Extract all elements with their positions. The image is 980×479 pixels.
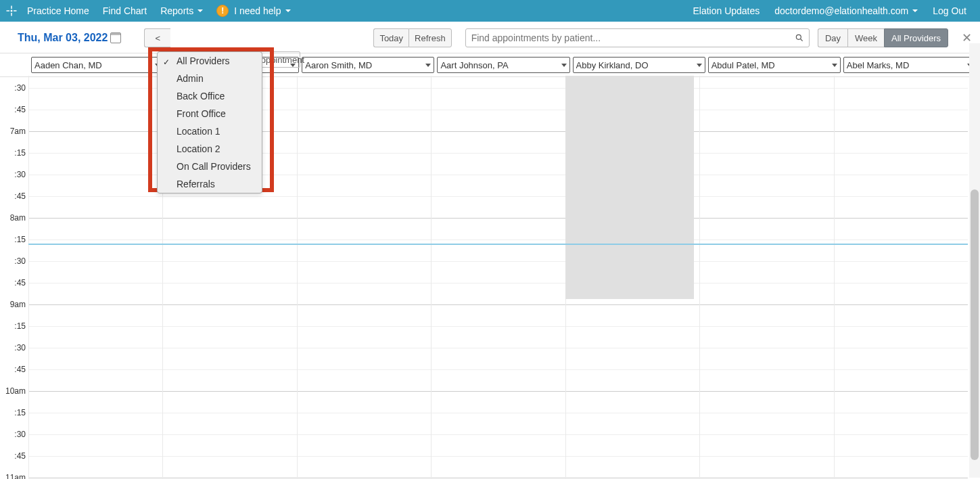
filter-item-back-office[interactable]: Back Office (158, 87, 262, 105)
time-label: :45 (14, 365, 26, 374)
view-week-button[interactable]: Week (847, 28, 884, 47)
filter-item-label: Front Office (177, 108, 226, 119)
refresh-group: Today Refresh (373, 28, 451, 47)
provider-column-select[interactable]: Aart Johnson, PA (437, 57, 569, 73)
nav-user-menu[interactable]: doctordemo@elationhealth.com (774, 5, 918, 16)
time-label: :30 (14, 83, 26, 93)
provider-column-select[interactable]: Abby Kirkland, DO (573, 57, 705, 73)
grid-column[interactable] (834, 76, 968, 479)
filter-item-front-office[interactable]: Front Office (158, 105, 262, 122)
search-input[interactable] (466, 29, 790, 47)
filter-item-label: All Providers (177, 55, 230, 66)
nav-reports-label: Reports (160, 5, 193, 16)
svg-point-5 (796, 35, 801, 39)
provider-column-select[interactable]: Abdul Patel, MD (708, 57, 841, 73)
filter-item-location-2[interactable]: Location 2 (158, 140, 262, 158)
prev-day-button[interactable]: < (144, 28, 170, 47)
filter-item-on-call-providers[interactable]: On Call Providers (158, 158, 262, 175)
date-nav-group: < > (144, 28, 197, 47)
time-label: 7am (10, 127, 26, 136)
user-email: doctordemo@elationhealth.com (774, 5, 908, 16)
provider-column-select[interactable]: Aaden Chan, MD (31, 57, 164, 73)
svg-line-6 (801, 39, 803, 41)
chevron-down-icon (912, 9, 918, 12)
nav-reports[interactable]: Reports (160, 5, 203, 16)
filter-item-label: On Call Providers (177, 161, 251, 172)
provider-filter-menu[interactable]: ✓All ProvidersAdminBack OfficeFront Offi… (157, 51, 262, 193)
view-all-providers-button[interactable]: All Providers (884, 28, 948, 47)
nav-help-label: I need help (234, 5, 281, 16)
grid-column[interactable] (297, 76, 431, 479)
time-label: :45 (14, 105, 26, 114)
provider-name-label: Abdul Patel, MD (711, 60, 775, 70)
filter-item-label: Location 1 (177, 126, 220, 137)
filter-item-label: Back Office (177, 91, 225, 101)
chevron-down-icon (697, 64, 702, 67)
time-label: :45 (14, 278, 26, 288)
time-label: 9am (10, 300, 26, 309)
top-nav: Practice Home Find Chart Reports ! I nee… (0, 0, 980, 22)
check-icon: ✓ (163, 55, 170, 70)
provider-column-select[interactable]: Aaron Smith, MD (302, 57, 434, 73)
scrollbar-thumb[interactable] (971, 189, 979, 460)
svg-rect-2 (11, 13, 12, 16)
nav-help[interactable]: ! I need help (216, 5, 290, 17)
svg-rect-1 (11, 6, 12, 9)
time-label: :30 (14, 170, 26, 179)
chevron-down-icon (425, 64, 431, 67)
nav-logout[interactable]: Log Out (933, 5, 966, 16)
search-icon[interactable] (790, 29, 809, 47)
provider-name-label: Abby Kirkland, DO (576, 60, 649, 70)
time-label: :30 (14, 256, 26, 266)
provider-name-label: Aaron Smith, MD (305, 60, 372, 70)
time-label: :15 (14, 235, 26, 244)
search-appointments[interactable] (465, 28, 810, 47)
filter-item-location-1[interactable]: Location 1 (158, 122, 262, 140)
filter-item-all-providers[interactable]: ✓All Providers (158, 52, 262, 70)
calendar-grid: :30:457am:15:30:458am:15:30:459am:15:30:… (0, 76, 968, 479)
alert-icon: ! (216, 5, 229, 17)
time-label: :45 (14, 451, 26, 461)
filter-item-label: Referrals (177, 179, 215, 189)
calendar-toolbar: Thu, Mar 03, 2022 < > Appointment Today … (0, 22, 980, 53)
svg-point-0 (11, 10, 13, 12)
time-label: :15 (14, 408, 26, 417)
provider-header-row: Aaden Chan, MDAaron Smith, MDAart Johnso… (0, 53, 980, 77)
app-logo-icon[interactable] (4, 3, 19, 18)
provider-name-label: Abel Marks, MD (847, 60, 909, 70)
provider-name-label: Aaden Chan, MD (34, 60, 102, 70)
vertical-scrollbar[interactable] (969, 43, 980, 478)
current-time-indicator (28, 244, 968, 245)
filter-item-admin[interactable]: Admin (158, 70, 262, 87)
nav-find-chart[interactable]: Find Chart (103, 5, 147, 16)
calendar-icon (110, 32, 121, 43)
svg-rect-3 (7, 10, 10, 12)
today-button[interactable]: Today (373, 28, 409, 47)
view-day-button[interactable]: Day (818, 28, 847, 47)
filter-item-referrals[interactable]: Referrals (158, 175, 262, 193)
chevron-down-icon (197, 9, 203, 12)
provider-column-select[interactable]: Abel Marks, MD (843, 57, 976, 73)
time-label: :45 (14, 191, 26, 201)
grid-column[interactable] (28, 76, 162, 479)
grid-column[interactable] (699, 76, 833, 479)
time-label: :30 (14, 343, 26, 352)
chevron-down-icon (285, 9, 291, 12)
svg-rect-4 (14, 10, 17, 12)
refresh-button[interactable]: Refresh (409, 28, 452, 47)
time-axis: :30:457am:15:30:458am:15:30:459am:15:30:… (0, 76, 28, 479)
time-label: :15 (14, 148, 26, 158)
unavailable-block (565, 76, 694, 299)
nav-updates[interactable]: Elation Updates (693, 5, 760, 16)
nav-practice-home[interactable]: Practice Home (27, 5, 89, 16)
filter-item-label: Admin (177, 73, 204, 84)
current-date-label: Thu, Mar 03, 2022 (18, 32, 108, 44)
provider-name-label: Aart Johnson, PA (440, 60, 508, 70)
time-label: 8am (10, 213, 26, 223)
time-label: :30 (14, 430, 26, 439)
time-label: 10am (5, 386, 26, 396)
chevron-down-icon (832, 64, 837, 67)
grid-column[interactable] (431, 76, 565, 479)
time-label: :15 (14, 321, 26, 331)
current-date[interactable]: Thu, Mar 03, 2022 (5, 32, 126, 44)
